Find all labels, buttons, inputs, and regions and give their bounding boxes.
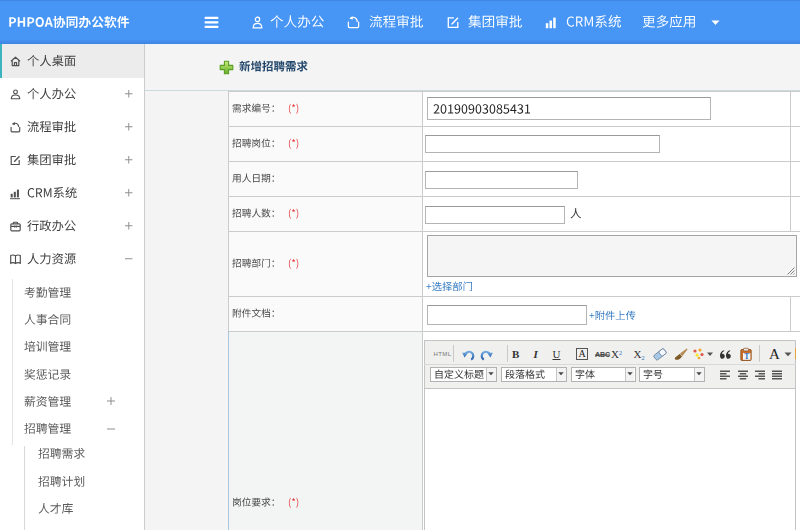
svg-text:T: T xyxy=(744,351,749,360)
